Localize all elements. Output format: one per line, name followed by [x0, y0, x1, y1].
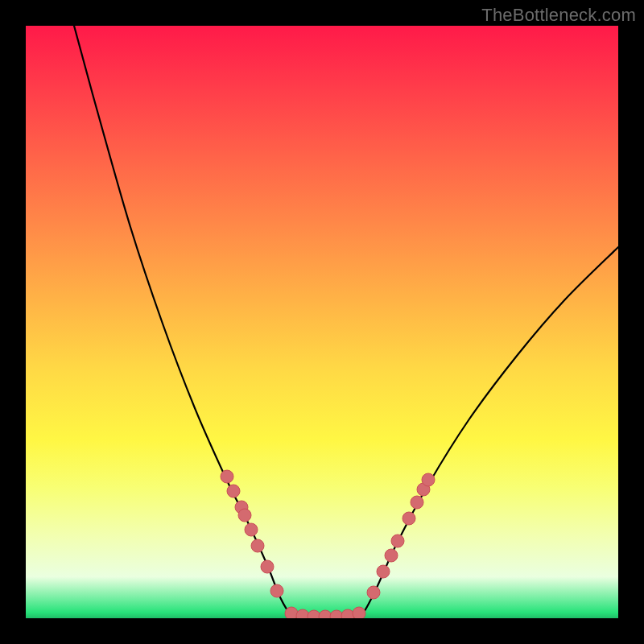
data-dot	[221, 470, 233, 483]
data-dot	[377, 565, 390, 578]
data-dot	[330, 610, 343, 618]
data-dot	[411, 496, 423, 509]
data-dots	[221, 470, 435, 618]
data-dot	[353, 607, 365, 618]
chart-frame: TheBottleneck.com	[0, 0, 644, 644]
data-dot	[251, 539, 264, 552]
data-dot	[367, 586, 380, 599]
data-dot	[402, 512, 415, 525]
watermark-text: TheBottleneck.com	[481, 5, 636, 26]
curve-svg	[26, 26, 618, 618]
plot-area	[26, 26, 618, 618]
data-dot	[391, 535, 404, 547]
bottleneck-curve	[74, 26, 618, 617]
data-dot	[245, 523, 258, 536]
data-dot	[270, 584, 283, 597]
data-dot	[227, 485, 240, 497]
data-dot	[238, 509, 251, 522]
data-dot	[261, 560, 274, 573]
data-dot	[422, 473, 435, 486]
data-dot	[385, 549, 398, 562]
